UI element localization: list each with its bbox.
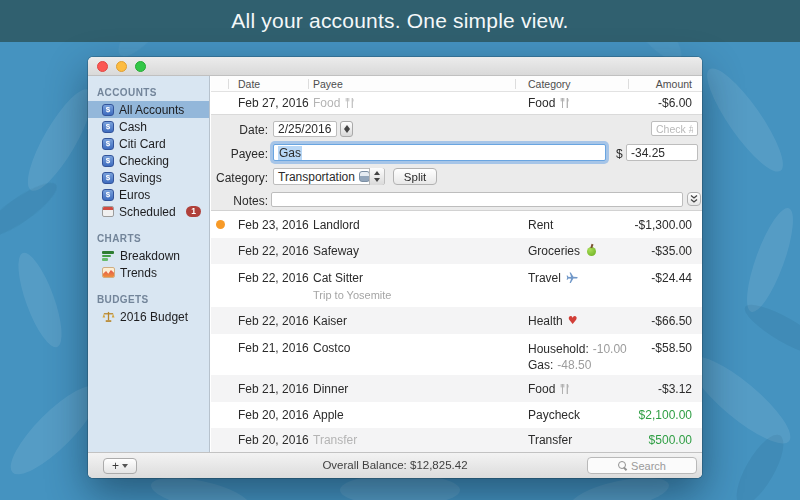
heart-icon: ♥ (568, 315, 578, 326)
zoom-window-button[interactable] (135, 61, 146, 72)
minimize-window-button[interactable] (116, 61, 127, 72)
accounts-section-header: ACCOUNTS (88, 84, 209, 101)
transaction-row[interactable]: Feb 20, 2016 Transfer Transfer $500.00 (211, 428, 702, 452)
amount-field[interactable]: -34.25 (626, 144, 698, 161)
sidebar-item-citi-card[interactable]: Citi Card (88, 135, 209, 152)
check-number-field[interactable] (651, 121, 698, 136)
transaction-amount: -$1,300.00 (628, 218, 702, 232)
sidebar-item-2016-budget[interactable]: 2016 Budget (88, 308, 209, 325)
transaction-payee: Safeway (308, 244, 515, 258)
sidebar: ACCOUNTS All Accounts Cash Citi Card Che… (88, 76, 210, 452)
table-header: Date Payee Category Amount (211, 76, 702, 92)
transaction-row[interactable]: Feb 22, 2016 Cat Sitter Trip to Yosemite… (211, 264, 702, 307)
split-category-name: Household: (528, 341, 589, 357)
close-window-button[interactable] (97, 61, 108, 72)
transaction-date: Feb 22, 2016 (229, 314, 308, 328)
sidebar-item-label: Euros (119, 188, 150, 202)
transaction-payee: Costco (308, 334, 515, 355)
transaction-date: Feb 22, 2016 (229, 264, 308, 285)
transaction-amount: -$24.44 (628, 264, 702, 285)
sidebar-item-label: All Accounts (119, 103, 184, 117)
expand-notes-button[interactable] (687, 192, 701, 206)
category-combobox[interactable]: Transportation (273, 168, 385, 185)
transaction-payee: Transfer (308, 433, 515, 447)
payee-label: Payee: (211, 147, 268, 161)
transaction-payee: Dinner (308, 382, 515, 396)
search-placeholder: Search (631, 460, 666, 472)
transaction-row[interactable]: Feb 27, 2016 Food Food -$6.00 (211, 92, 702, 115)
payee-field[interactable]: Gas (273, 144, 606, 161)
category-stepper[interactable] (369, 168, 384, 185)
column-header-amount[interactable]: Amount (628, 78, 702, 90)
transaction-amount: -$6.00 (628, 96, 702, 110)
split-button[interactable]: Split (393, 168, 437, 185)
sidebar-item-label: Citi Card (119, 137, 166, 151)
split-category-value: -48.50 (557, 357, 591, 373)
transaction-amount: -$35.00 (628, 244, 702, 258)
calendar-icon (102, 206, 114, 217)
dollar-icon (102, 189, 114, 201)
transaction-date: Feb 20, 2016 (229, 408, 308, 422)
transaction-payee: Apple (308, 408, 515, 422)
transaction-date: Feb 23, 2016 (229, 218, 308, 232)
sidebar-item-all-accounts[interactable]: All Accounts (88, 101, 209, 118)
notes-label: Notes: (211, 194, 268, 208)
transaction-category: Groceries (528, 244, 580, 258)
transaction-date: Feb 21, 2016 (229, 334, 308, 355)
dollar-icon (102, 104, 114, 116)
sidebar-item-label: Savings (119, 171, 162, 185)
transaction-row[interactable]: Feb 23, 2016 Landlord Rent -$1,300.00 (211, 211, 702, 238)
date-label: Date: (211, 123, 268, 137)
sidebar-item-cash[interactable]: Cash (88, 118, 209, 135)
transaction-amount: $500.00 (628, 433, 702, 447)
transaction-date: Feb 22, 2016 (229, 244, 308, 258)
transaction-category: Travel (528, 271, 561, 285)
sidebar-item-trends[interactable]: Trends (88, 264, 209, 281)
transaction-row[interactable]: Feb 22, 2016 Kaiser Health ♥ -$66.50 (211, 307, 702, 334)
window-titlebar[interactable] (88, 57, 702, 76)
date-stepper[interactable] (340, 121, 353, 137)
payee-value-selected: Gas (278, 146, 302, 160)
category-label: Category: (211, 171, 268, 185)
sidebar-item-scheduled[interactable]: Scheduled 1 (88, 203, 209, 220)
dollar-icon (102, 155, 114, 167)
search-icon (618, 461, 627, 470)
column-header-payee[interactable]: Payee (308, 78, 515, 90)
pending-dot (216, 220, 225, 229)
split-category-name: Gas: (528, 357, 553, 373)
transaction-category: Paycheck (528, 408, 580, 422)
transaction-date: Feb 27, 2016 (229, 96, 308, 110)
sidebar-item-breakdown[interactable]: Breakdown (88, 247, 209, 264)
column-header-category[interactable]: Category (515, 78, 628, 90)
transactions-pane: Date Payee Category Amount Feb 27, 2016 … (211, 76, 702, 452)
transaction-category: Food (528, 96, 555, 110)
column-header-date[interactable]: Date (229, 78, 308, 90)
sidebar-item-label: Cash (119, 120, 147, 134)
app-window: ACCOUNTS All Accounts Cash Citi Card Che… (88, 57, 702, 478)
notes-field[interactable] (271, 192, 683, 207)
transaction-row[interactable]: Feb 22, 2016 Safeway Groceries -$35.00 (211, 238, 702, 264)
date-field[interactable]: 2/25/2016 (273, 121, 337, 137)
transaction-amount: -$66.50 (628, 314, 702, 328)
transaction-payee: Landlord (308, 218, 515, 232)
sidebar-item-euros[interactable]: Euros (88, 186, 209, 203)
amount-value: -34.25 (631, 146, 665, 160)
sidebar-item-checking[interactable]: Checking (88, 152, 209, 169)
sidebar-item-label: Trends (120, 266, 157, 280)
marketing-banner: All your accounts. One simple view. (0, 0, 800, 42)
airplane-icon (566, 272, 578, 284)
transaction-amount: -$58.50 (628, 334, 702, 355)
sidebar-item-label: 2016 Budget (120, 310, 188, 324)
banner-title: All your accounts. One simple view. (231, 9, 568, 33)
transaction-row[interactable]: Feb 21, 2016 Costco Household: -10.00 Ga… (211, 334, 702, 375)
transaction-editor: Date: 2/25/2016 Payee: Gas $ -34.25 Cate… (211, 115, 702, 211)
transaction-row[interactable]: Feb 20, 2016 Apple Paycheck $2,100.00 (211, 402, 702, 428)
transaction-note: Trip to Yosemite (313, 289, 515, 301)
search-field[interactable]: Search (587, 457, 697, 474)
sidebar-item-savings[interactable]: Savings (88, 169, 209, 186)
charts-section-header: CHARTS (88, 230, 209, 247)
transaction-row[interactable]: Feb 21, 2016 Dinner Food -$3.12 (211, 375, 702, 402)
category-value: Transportation (278, 170, 355, 184)
transaction-date: Feb 21, 2016 (229, 382, 308, 396)
scheduled-count-badge: 1 (186, 206, 201, 217)
